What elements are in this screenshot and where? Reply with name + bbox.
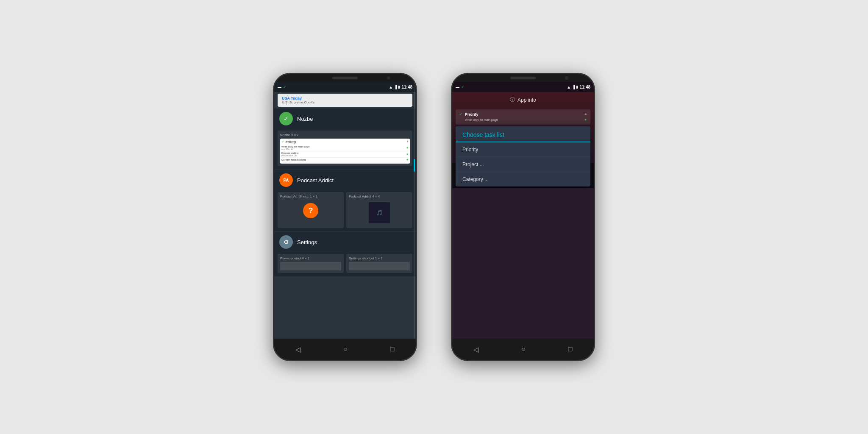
nozbe-task-1-meta: now 384, 4h bbox=[281, 148, 310, 150]
nozbe-task-2: Prepare outline presentation, 2h ★ bbox=[281, 151, 409, 158]
app-info-header: ⓘ App info bbox=[452, 92, 594, 108]
podcast-icon-text: PA bbox=[283, 178, 289, 183]
podcast-4x4-option[interactable]: Podcast Addict 4 × 4 🎵 bbox=[346, 192, 412, 228]
nozbe-task-3-text: Confirm hotel booking bbox=[281, 159, 306, 161]
widget-bg-task-row: Write copy for main page ★ bbox=[465, 117, 587, 122]
power-control-label: Power control 4 × 1 bbox=[280, 256, 341, 260]
speaker-left bbox=[332, 77, 358, 79]
front-camera-left bbox=[387, 76, 390, 80]
widget-bg-plus-icon: + bbox=[584, 112, 587, 117]
nozbe-widget-label: Nozbe 3 × 2 bbox=[280, 133, 410, 137]
settings-section: ⚙ Settings Power control 4 × 1 Settings … bbox=[274, 232, 416, 276]
settings-header[interactable]: ⚙ Settings bbox=[274, 232, 416, 252]
right-check-icon: ✓ bbox=[461, 85, 465, 89]
settings-app-name: Settings bbox=[297, 239, 317, 245]
album-art-visual: 🎵 bbox=[376, 210, 383, 216]
left-phone: ▬ ✓ ▲ ▐ ▮ 11:48 USA Today U.S. Supreme C… bbox=[273, 73, 417, 361]
recents-button-right[interactable]: □ bbox=[568, 345, 573, 353]
right-status-right: ▲ ▐ ▮ 11:48 bbox=[567, 85, 590, 89]
right-widget-preview: ✓ Priority + Write copy for main page ★ bbox=[456, 109, 590, 125]
news-card[interactable]: USA Today U.S. Supreme Court's bbox=[278, 94, 412, 107]
back-button-left[interactable]: ◁ bbox=[295, 345, 300, 353]
left-screen: ▬ ✓ ▲ ▐ ▮ 11:48 USA Today U.S. Supreme C… bbox=[274, 82, 416, 339]
nozbe-widget-check: ✓ bbox=[281, 140, 284, 144]
right-phone: ▬ ✓ ▲ ▐ ▮ 11:48 ⓘ App info ✓ bbox=[451, 73, 595, 361]
nozbe-widget-title: Priority bbox=[286, 140, 405, 143]
settings-gear-icon: ⚙ bbox=[284, 239, 289, 245]
nozbe-preview: ✓ Priority + Write copy for main page no… bbox=[280, 139, 410, 164]
recents-button-left[interactable]: □ bbox=[390, 345, 395, 353]
right-status-time: 11:48 bbox=[579, 85, 590, 89]
back-button-right[interactable]: ◁ bbox=[473, 345, 479, 353]
status-right-icons: ▲ ▐ ▮ 11:48 bbox=[389, 85, 412, 89]
settings-icon: ⚙ bbox=[279, 235, 293, 249]
nozbe-check-icon: ✓ bbox=[284, 115, 289, 122]
nozbe-task-2-meta: presentation, 2h bbox=[281, 154, 299, 157]
podcast-4x4-label: Podcast Addict 4 × 4 bbox=[349, 195, 410, 198]
right-phone-top bbox=[452, 74, 594, 82]
home-button-left[interactable]: ○ bbox=[343, 345, 348, 353]
podcast-header[interactable]: PA Podcast Addict bbox=[274, 170, 416, 190]
podcast-short-label: Podcast Ad. Shor... 1 × 1 bbox=[280, 195, 341, 198]
news-headline: U.S. Supreme Court's bbox=[282, 100, 408, 104]
nozbe-star-2: ★ bbox=[406, 153, 409, 156]
podcast-short-option[interactable]: Podcast Ad. Shor... 1 × 1 ? bbox=[278, 192, 344, 228]
right-signal-icon: ▐ bbox=[572, 85, 575, 89]
right-battery-icon: ▮ bbox=[576, 85, 578, 89]
settings-shortcut-option[interactable]: Settings shortcut 1 × 1 bbox=[346, 254, 412, 273]
nozbe-star-1: ★ bbox=[406, 146, 409, 150]
speaker-right bbox=[510, 77, 536, 79]
nozbe-app-name: Nozbe bbox=[297, 116, 313, 122]
question-circle-icon: ? bbox=[303, 203, 318, 218]
left-phone-top bbox=[274, 74, 416, 82]
settings-widget-options: Power control 4 × 1 Settings shortcut 1 … bbox=[274, 252, 416, 276]
nozbe-widget-option[interactable]: Nozbe 3 × 2 ✓ Priority + Write copy for … bbox=[278, 131, 412, 166]
nozbe-widget-header: ✓ Priority + bbox=[281, 140, 409, 144]
right-nav-bar: ◁ ○ □ bbox=[452, 339, 594, 360]
podcast-section: PA Podcast Addict Podcast Ad. Shor... 1 … bbox=[274, 170, 416, 231]
front-camera-right bbox=[565, 76, 568, 80]
scrollbar-thumb bbox=[414, 159, 415, 172]
podcast-icon: PA bbox=[279, 173, 293, 187]
podcast-app-name: Podcast Addict bbox=[297, 177, 334, 184]
right-screen: ▬ ✓ ▲ ▐ ▮ 11:48 ⓘ App info ✓ bbox=[452, 82, 594, 339]
left-nav-bar: ◁ ○ □ bbox=[274, 339, 416, 360]
app-info-label: App info bbox=[517, 97, 536, 103]
settings-shortcut-label: Settings shortcut 1 × 1 bbox=[349, 256, 410, 260]
dialog-item-priority[interactable]: Priority bbox=[456, 142, 590, 157]
right-status-left: ▬ ✓ bbox=[456, 85, 465, 89]
widget-bg-title: Priority bbox=[465, 112, 584, 117]
status-left-icons: ▬ ✓ bbox=[278, 85, 287, 89]
right-wifi-icon: ▲ bbox=[567, 85, 571, 89]
notification-icon: ▬ bbox=[278, 85, 281, 89]
widget-bg-task-text: Write copy for main page bbox=[465, 117, 498, 122]
battery-icon: ▮ bbox=[398, 85, 400, 89]
nozbe-widget-plus: + bbox=[406, 140, 409, 144]
dialog-item-category[interactable]: Category ... bbox=[456, 172, 590, 186]
right-notif-icon: ▬ bbox=[456, 85, 459, 89]
dialog-item-project[interactable]: Project ... bbox=[456, 157, 590, 172]
left-status-bar: ▬ ✓ ▲ ▐ ▮ 11:48 bbox=[274, 82, 416, 92]
widget-bg-content: Priority + Write copy for main page ★ bbox=[465, 112, 587, 122]
nozbe-icon: ✓ bbox=[279, 112, 293, 125]
check-circle-icon: ✓ bbox=[283, 85, 287, 89]
podcast-widget-options: Podcast Ad. Shor... 1 × 1 ? Podcast Addi… bbox=[274, 190, 416, 231]
right-status-bar: ▬ ✓ ▲ ▐ ▮ 11:48 bbox=[452, 82, 594, 92]
power-control-preview bbox=[280, 262, 341, 270]
signal-icon: ▐ bbox=[394, 85, 397, 89]
podcast-4x4-widget: 🎵 bbox=[349, 200, 410, 225]
choose-task-list-dialog: Choose task list Priority Project ... Ca… bbox=[456, 126, 590, 186]
nozbe-section: ✓ Nozbe Nozbe 3 × 2 ✓ Priority + bbox=[274, 108, 416, 170]
nozbe-widget-options: Nozbe 3 × 2 ✓ Priority + Write copy for … bbox=[274, 129, 416, 170]
scrollbar[interactable] bbox=[414, 82, 415, 339]
status-time-left: 11:48 bbox=[401, 85, 412, 89]
nozbe-header[interactable]: ✓ Nozbe bbox=[274, 108, 416, 129]
dialog-title: Choose task list bbox=[456, 126, 590, 142]
power-control-option[interactable]: Power control 4 × 1 bbox=[278, 254, 344, 273]
home-button-right[interactable]: ○ bbox=[521, 345, 526, 353]
settings-shortcut-preview bbox=[349, 262, 410, 270]
nozbe-task-1: Write copy for main page now 384, 4h ★ bbox=[281, 145, 409, 151]
widget-bg-header: Priority + bbox=[465, 112, 587, 117]
widget-bg-star-icon: ★ bbox=[584, 118, 587, 122]
info-icon: ⓘ bbox=[510, 96, 515, 103]
